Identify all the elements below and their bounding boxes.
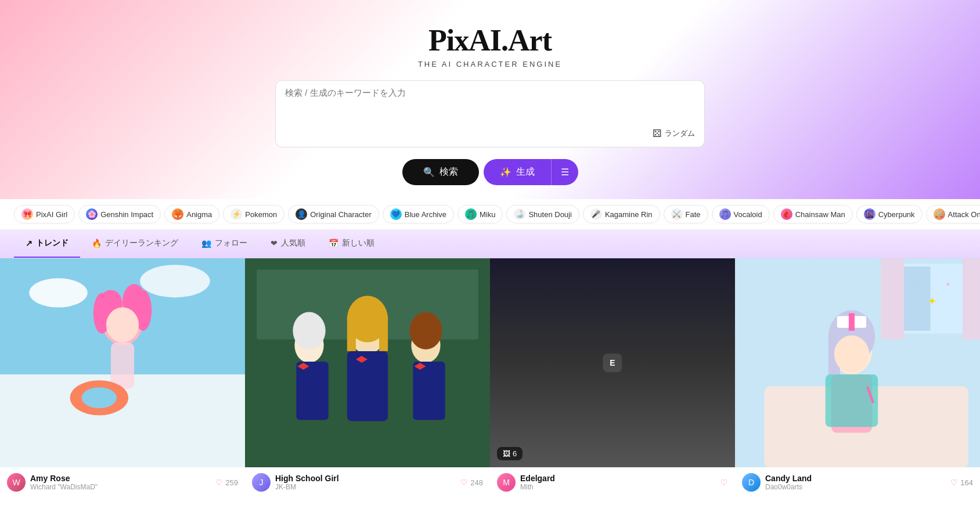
category-label-pixai-girl: PixAI Girl [36, 210, 67, 219]
avatar-2: J [252, 473, 271, 492]
category-tag-kagamine-rin[interactable]: 🎤 Kagamine Rin [583, 205, 660, 223]
trend-icon: ↗ [26, 239, 33, 248]
card-likes-1: ♡ 259 [215, 478, 238, 487]
site-subtitle: THE AI CHARACTER ENGINE [418, 60, 562, 68]
card-info-4: D Candy Land Dao0w0arts ♡ 164 [735, 467, 980, 497]
count-number: 6 [513, 449, 517, 458]
artwork-card-2[interactable]: J High School Girl JK-BM ♡ 248 [245, 258, 490, 497]
svg-rect-21 [296, 362, 328, 420]
calendar-icon: 📅 [329, 239, 338, 248]
generate-button-label: 生成 [516, 166, 535, 178]
category-tag-shuten-douji[interactable]: 🍶 Shuten Douji [506, 205, 579, 223]
original-character-icon: 👤 [296, 208, 307, 220]
svg-text:✦: ✦ [916, 282, 920, 288]
avatar-1: W [7, 473, 26, 492]
svg-rect-18 [347, 316, 356, 351]
artwork-author-3: Mith [520, 483, 555, 491]
artwork-card-4[interactable]: ✦ ✦ ✦ D Candy Land Dao0w0arts ♡ 164 [735, 258, 980, 497]
shuten-icon: 🍶 [514, 208, 525, 220]
dice-icon: ⚄ [653, 127, 662, 140]
category-tag-anigma[interactable]: 🦊 Anigma [164, 205, 219, 223]
like-count-2: 248 [470, 478, 483, 487]
category-tag-original-character[interactable]: 👤 Original Character [288, 205, 379, 223]
artwork-title-1: Amy Rose [30, 474, 98, 483]
category-label-kagamine: Kagamine Rin [605, 210, 653, 219]
artwork-title-4: Candy Land [765, 474, 812, 483]
category-label-fate: Fate [686, 210, 701, 219]
search-box: ⚄ ランダム [275, 80, 705, 147]
blur-text: E [610, 358, 615, 367]
svg-point-25 [409, 312, 442, 349]
cyberpunk-icon: 🌆 [864, 208, 875, 220]
heart-filter-icon: ❤ [271, 239, 278, 248]
artwork-author-2: JK-BM [275, 483, 339, 491]
artwork-card-3[interactable]: E 🖼 6 M Edelgard Mith ♡ [490, 258, 735, 497]
search-button[interactable]: 🔍 検索 [402, 159, 479, 185]
svg-rect-10 [111, 342, 134, 389]
category-tag-cyberpunk[interactable]: 🌆 Cyberpunk [856, 205, 923, 223]
blue-archive-icon: 💙 [390, 208, 402, 220]
category-tag-blue-archive[interactable]: 💙 Blue Archive [383, 205, 454, 223]
filter-tab-follow-label: フォロー [215, 238, 247, 248]
svg-point-12 [82, 387, 117, 408]
search-button-label: 検索 [439, 166, 458, 178]
filter-tab-newest[interactable]: 📅 新しい順 [317, 230, 386, 258]
category-label-genshin: Genshin Impact [100, 210, 153, 219]
svg-text:✦: ✦ [928, 295, 936, 307]
svg-point-1 [29, 278, 87, 307]
card-left-4: D Candy Land Dao0w0arts [742, 473, 812, 492]
category-label-cyberpunk: Cyberpunk [878, 210, 915, 219]
category-tag-attack-on-titan[interactable]: ⚔️ Attack On Titan [926, 205, 980, 223]
artwork-image-1 [0, 258, 245, 467]
card-info-3: M Edelgard Mith ♡ [490, 467, 735, 497]
category-tag-chainsaw-man[interactable]: 🩸 Chainsaw Man [773, 205, 853, 223]
svg-point-9 [106, 308, 139, 342]
category-tag-vocaloid[interactable]: 🎵 Vocaloid [712, 205, 770, 223]
filter-bar: ↗ トレンド 🔥 デイリーランキング 👥 フォロー ❤ 人気順 📅 新しい順 [0, 230, 980, 258]
category-label-chainsaw: Chainsaw Man [795, 210, 845, 219]
card-left-3: M Edelgard Mith [497, 473, 555, 492]
kagamine-icon: 🎤 [590, 208, 602, 220]
filter-tab-daily-ranking[interactable]: 🔥 デイリーランキング [80, 230, 190, 258]
card-left-2: J High School Girl JK-BM [252, 473, 339, 492]
heart-icon-3: ♡ [720, 478, 728, 487]
chainsaw-icon: 🩸 [781, 208, 792, 220]
heart-icon-4: ♡ [950, 478, 958, 487]
settings-icon: ☰ [561, 167, 569, 177]
artwork-card-1[interactable]: W Amy Rose Wichard "WaDisMaD" ♡ 259 [0, 258, 245, 497]
filter-tab-popular[interactable]: ❤ 人気順 [259, 230, 317, 258]
artwork-image-2 [245, 258, 490, 467]
category-tag-fate[interactable]: ⚔️ Fate [664, 205, 708, 223]
artwork-image-3: E 🖼 6 [490, 258, 735, 467]
card-text-4: Candy Land Dao0w0arts [765, 474, 812, 491]
vocaloid-icon: 🎵 [719, 208, 731, 220]
generate-settings-button[interactable]: ☰ [551, 159, 578, 185]
generate-group: ✨ 生成 ☰ [484, 159, 578, 185]
wand-icon: ✨ [500, 167, 511, 178]
generate-button[interactable]: ✨ 生成 [484, 159, 551, 185]
like-count-4: 164 [960, 478, 973, 487]
category-label-blue-archive: Blue Archive [405, 210, 446, 219]
filter-tab-follow[interactable]: 👥 フォロー [190, 230, 259, 258]
fire-icon: 🔥 [92, 239, 102, 248]
svg-point-40 [834, 336, 869, 373]
anigma-icon: 🦊 [172, 208, 183, 220]
filter-tab-trend[interactable]: ↗ トレンド [14, 230, 80, 258]
hero-section: PixAI.Art THE AI CHARACTER ENGINE ⚄ ランダム… [0, 0, 980, 199]
svg-rect-32 [881, 258, 904, 340]
image-count-badge: 🖼 6 [497, 447, 523, 460]
heart-icon-1: ♡ [215, 478, 223, 487]
random-button[interactable]: ⚄ ランダム [653, 127, 695, 140]
category-tag-genshin-impact[interactable]: 🌸 Genshin Impact [78, 205, 161, 223]
category-tag-pixai-girl[interactable]: 🎀 PixAI Girl [14, 205, 75, 223]
artwork-image-4: ✦ ✦ ✦ [735, 258, 980, 467]
blur-indicator: E [603, 354, 622, 372]
category-label-miku: Miku [480, 210, 495, 219]
category-label-aot: Attack On Titan [948, 210, 980, 219]
category-tag-pokemon[interactable]: ⚡ Pokemon [223, 205, 284, 223]
fate-icon: ⚔️ [671, 208, 683, 220]
follow-icon: 👥 [201, 239, 211, 248]
search-input[interactable] [285, 88, 695, 122]
category-tag-miku[interactable]: 🎵 Miku [457, 205, 503, 223]
action-buttons: 🔍 検索 ✨ 生成 ☰ [402, 159, 578, 185]
